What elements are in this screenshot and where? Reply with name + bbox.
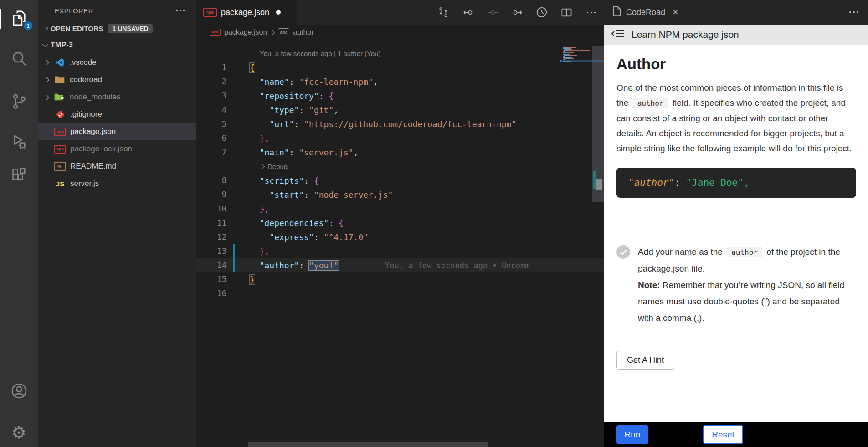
breadcrumb-symbol[interactable]: author — [293, 28, 313, 36]
task-text: Add your name as the author of the proje… — [638, 244, 856, 326]
npm-file-icon: npm — [203, 8, 217, 17]
activity-extensions-button[interactable] — [0, 165, 38, 189]
editor-more-actions-icon[interactable] — [582, 3, 600, 21]
vscode-window: 1 — [0, 0, 868, 447]
activity-source-control-button[interactable] — [0, 91, 38, 114]
split-editor-icon[interactable] — [557, 3, 575, 21]
editor-group: npm package.json — [196, 0, 604, 447]
code-line-11[interactable]: 11 "dependencies": { — [196, 216, 604, 230]
project-root-header[interactable]: TMP-3 — [38, 37, 196, 53]
close-icon[interactable]: × — [673, 7, 678, 17]
code-line-13[interactable]: 13 }, — [196, 244, 604, 258]
chevron-right-icon — [270, 30, 275, 35]
file-item--gitignore[interactable]: .gitignore — [38, 106, 196, 123]
symbol-string-icon: abc — [278, 28, 289, 36]
npm-icon: npm — [54, 127, 66, 136]
step-back-icon[interactable] — [459, 3, 477, 21]
panel-more-actions-icon[interactable] — [847, 10, 860, 15]
chevron-down-icon — [42, 41, 48, 47]
codelens-debug[interactable]: Debug — [196, 159, 604, 174]
minimap[interactable] — [562, 46, 591, 64]
file-item-node-modules[interactable]: node_modules — [38, 88, 196, 106]
chevron-right-icon — [43, 94, 49, 100]
js-icon: JS — [54, 179, 66, 188]
scrollbar-thumb[interactable] — [596, 179, 602, 190]
example-code-block: "author": "Jane Doe", — [616, 168, 856, 198]
step-heading: Author — [616, 56, 856, 73]
tutorial-header: Learn NPM package json — [604, 25, 868, 45]
activity-bar: 1 — [0, 0, 38, 447]
editor-actions — [434, 0, 600, 25]
task-item: Add your name as the author of the proje… — [616, 244, 856, 326]
open-changes-icon[interactable] — [434, 3, 452, 21]
current-step-icon[interactable] — [483, 3, 502, 21]
task-check-icon — [616, 245, 630, 259]
chevron-right-icon — [42, 26, 48, 31]
run-button[interactable]: Run — [616, 425, 648, 444]
activity-accounts-button[interactable] — [0, 380, 38, 404]
folder-icon — [54, 75, 66, 84]
code-editor[interactable]: You, a few seconds ago | 1 author (You)1… — [196, 40, 604, 447]
extensions-icon — [10, 167, 28, 187]
code-line-15[interactable]: 15} — [196, 272, 604, 287]
reset-button[interactable]: Reset — [703, 425, 743, 444]
tutorial-content: Author One of the most common pieces of … — [604, 45, 868, 422]
source-control-icon — [10, 92, 28, 113]
explorer-more-actions-icon[interactable] — [174, 8, 187, 13]
panel-footer: Run Reset — [604, 422, 868, 447]
file-item-package-lock-json[interactable]: npmpackage-lock.json — [38, 140, 196, 158]
step-forward-icon[interactable] — [508, 3, 526, 21]
code-line-7[interactable]: 7 "main": "server.js", — [196, 145, 604, 159]
code-line-1[interactable]: 1{ — [196, 61, 604, 75]
activity-search-button[interactable] — [0, 48, 38, 72]
nodefolder-icon — [54, 92, 66, 102]
vscode-icon — [54, 58, 66, 67]
tab-package-json[interactable]: npm package.json — [196, 0, 297, 25]
code-line-5[interactable]: 5 "url": "https://github.com/coderoad/fc… — [196, 117, 604, 131]
activity-run-debug-button[interactable] — [0, 131, 38, 154]
code-line-10[interactable]: 10 }, — [196, 202, 604, 216]
panel-tab-bar: CodeRoad × — [604, 0, 868, 25]
unsaved-badge: 1 UNSAVED — [108, 24, 152, 33]
code-line-3[interactable]: 3 "repository": { — [196, 89, 604, 103]
code-line-4[interactable]: 4 "type": "git", — [196, 103, 604, 117]
code-line-8[interactable]: 8 "scripts": { — [196, 174, 604, 188]
tab-coderoad[interactable]: CodeRoad × — [604, 0, 686, 25]
code-line-16[interactable]: 16 — [196, 287, 604, 301]
file-item-coderoad[interactable]: coderoad — [38, 71, 196, 88]
minimap-content — [562, 46, 591, 64]
chevron-right-icon — [43, 77, 49, 83]
file-icon — [612, 6, 621, 19]
code-line-6[interactable]: 6 }, — [196, 131, 604, 145]
file-item-package-json[interactable]: npmpackage.json — [38, 123, 196, 140]
breadcrumb-file[interactable]: package.json — [224, 28, 267, 36]
inline-code-author: author — [727, 247, 762, 257]
step-description: One of the most common pieces of informa… — [616, 80, 856, 156]
open-editors-header[interactable]: OPEN EDITORS 1 UNSAVED — [38, 21, 196, 36]
vertical-scrollbar[interactable] — [592, 46, 604, 202]
file-item--vscode[interactable]: .vscode — [38, 54, 196, 71]
clock-icon[interactable] — [533, 3, 551, 21]
collapse-menu-icon[interactable] — [611, 29, 625, 41]
tutorial-title: Learn NPM package json — [632, 29, 739, 40]
chevron-right-icon — [43, 60, 49, 66]
markdown-icon: M↓ — [54, 162, 66, 171]
npm-icon: npm — [54, 144, 66, 154]
activity-settings-button[interactable]: ⚙ — [0, 421, 38, 445]
file-tree: .vscodecoderoadnode_modules.gitignorenpm… — [38, 54, 196, 192]
get-a-hint-button[interactable]: Get A Hint — [616, 351, 674, 370]
code-line-9[interactable]: 9 "start": "node server.js" — [196, 188, 604, 202]
horizontal-scrollbar[interactable] — [248, 442, 488, 447]
unsaved-dot-icon — [276, 10, 281, 15]
code-line-14[interactable]: 14 "author": "you!"You, a few seconds ag… — [196, 258, 604, 272]
code-lines: You, a few seconds ago | 1 author (You)1… — [196, 40, 604, 301]
coderoad-panel: CodeRoad × Learn NPM package json Author… — [604, 0, 868, 447]
file-item-server-js[interactable]: JSserver.js — [38, 175, 196, 192]
account-icon — [10, 381, 28, 402]
run-and-debug-icon — [10, 133, 28, 153]
file-item-readme-md[interactable]: M↓README.md — [38, 158, 196, 175]
code-line-12[interactable]: 12 "express": "^4.17.0" — [196, 230, 604, 244]
code-line-2[interactable]: 2 "name": "fcc-learn-npm", — [196, 75, 604, 89]
activity-explorer-button[interactable]: 1 — [0, 7, 38, 31]
modified-gutter-mark — [233, 244, 235, 258]
